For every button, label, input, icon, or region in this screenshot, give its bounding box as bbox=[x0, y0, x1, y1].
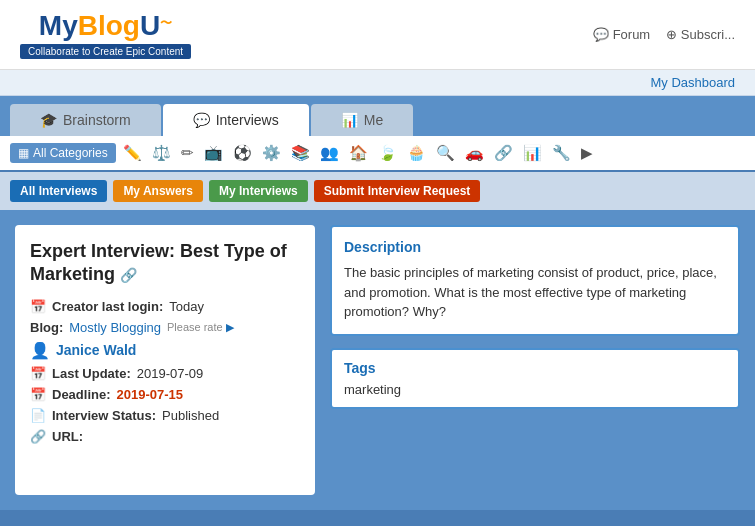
last-update-row: 📅 Last Update: 2019-07-09 bbox=[30, 366, 300, 381]
book-icon[interactable]: 📚 bbox=[288, 142, 313, 164]
soccer-icon[interactable]: ⚽ bbox=[230, 142, 255, 164]
tools-icon[interactable]: 🔧 bbox=[549, 142, 574, 164]
tv-icon[interactable]: 📺 bbox=[201, 142, 226, 164]
right-panel: Description The basic principles of mark… bbox=[330, 225, 740, 495]
gear-icon[interactable]: ⚙️ bbox=[259, 142, 284, 164]
leaf-icon[interactable]: 🍃 bbox=[375, 142, 400, 164]
description-title: Description bbox=[344, 239, 726, 255]
blog-row: Blog: Mostly Blogging Please rate ▶ bbox=[30, 320, 300, 335]
tab-me[interactable]: 📊 Me bbox=[311, 104, 413, 136]
author-row: 👤 Janice Wald bbox=[30, 341, 300, 360]
pencil-icon[interactable]: ✏️ bbox=[120, 142, 145, 164]
status-row: 📄 Interview Status: Published bbox=[30, 408, 300, 423]
tags-box: Tags marketing bbox=[330, 348, 740, 409]
home-icon[interactable]: 🏠 bbox=[346, 142, 371, 164]
author-link[interactable]: Janice Wald bbox=[56, 342, 136, 358]
subscribe-icon: ⊕ bbox=[666, 27, 677, 42]
please-rate-text: Please rate ▶ bbox=[167, 321, 234, 334]
people-icon[interactable]: 👥 bbox=[317, 142, 342, 164]
forum-icon: 💬 bbox=[593, 27, 609, 42]
interview-link-icon[interactable]: 🔗 bbox=[120, 267, 137, 283]
calendar2-icon: 📅 bbox=[30, 366, 46, 381]
subscribe-link[interactable]: ⊕ Subscri... bbox=[666, 27, 735, 42]
tab-brainstorm[interactable]: 🎓 Brainstorm bbox=[10, 104, 161, 136]
all-categories-button[interactable]: ▦ All Categories bbox=[10, 143, 116, 163]
chart-bar-icon[interactable]: 📊 bbox=[520, 142, 545, 164]
all-interviews-button[interactable]: All Interviews bbox=[10, 180, 107, 202]
logo-my: My bbox=[39, 10, 78, 41]
creator-login-row: 📅 Creator last login: Today bbox=[30, 299, 300, 314]
interviews-icon: 💬 bbox=[193, 112, 210, 128]
main-content: Expert Interview: Best Type of Marketing… bbox=[0, 210, 755, 510]
deadline-icon: 📅 bbox=[30, 387, 46, 402]
dashboard-bar: My Dashboard bbox=[0, 70, 755, 96]
blog-link[interactable]: Mostly Blogging bbox=[69, 320, 161, 335]
interview-title: Expert Interview: Best Type of Marketing… bbox=[30, 240, 300, 287]
interview-card: Expert Interview: Best Type of Marketing… bbox=[15, 225, 315, 495]
cupcake-icon[interactable]: 🧁 bbox=[404, 142, 429, 164]
search-icon[interactable]: 🔍 bbox=[433, 142, 458, 164]
filter-bar: All Interviews My Answers My Interviews … bbox=[0, 172, 755, 210]
calendar-icon: 📅 bbox=[30, 299, 46, 314]
submit-interview-request-button[interactable]: Submit Interview Request bbox=[314, 180, 481, 202]
tab-interviews[interactable]: 💬 Interviews bbox=[163, 104, 309, 136]
my-dashboard-link[interactable]: My Dashboard bbox=[650, 75, 735, 90]
description-box: Description The basic principles of mark… bbox=[330, 225, 740, 336]
scales-icon[interactable]: ⚖️ bbox=[149, 142, 174, 164]
more-icon[interactable]: ▶ bbox=[578, 142, 596, 164]
car-icon[interactable]: 🚗 bbox=[462, 142, 487, 164]
logo-blog: Blog bbox=[78, 10, 140, 41]
logo-u: U bbox=[140, 10, 160, 41]
my-interviews-button[interactable]: My Interviews bbox=[209, 180, 308, 202]
description-text: The basic principles of marketing consis… bbox=[344, 263, 726, 322]
logo: MyBlogU〜 Collaborate to Create Epic Cont… bbox=[20, 10, 191, 59]
tag-item: marketing bbox=[344, 382, 726, 397]
header: MyBlogU〜 Collaborate to Create Epic Cont… bbox=[0, 0, 755, 70]
brainstorm-icon: 🎓 bbox=[40, 112, 57, 128]
icon-toolbar: ▦ All Categories ✏️ ⚖️ ✏ 📺 ⚽ ⚙️ 📚 👥 🏠 🍃 … bbox=[0, 136, 755, 172]
tag-icon[interactable]: ✏ bbox=[178, 142, 197, 164]
deadline-row: 📅 Deadline: 2019-07-15 bbox=[30, 387, 300, 402]
link-icon[interactable]: 🔗 bbox=[491, 142, 516, 164]
logo-signal-icon: 〜 bbox=[160, 16, 172, 30]
tags-title: Tags bbox=[344, 360, 726, 376]
rate-arrow-icon: ▶ bbox=[226, 321, 234, 333]
url-icon: 🔗 bbox=[30, 429, 46, 444]
url-row: 🔗 URL: bbox=[30, 429, 300, 444]
user-icon: 👤 bbox=[30, 341, 50, 360]
forum-link[interactable]: 💬 Forum bbox=[593, 27, 650, 42]
my-answers-button[interactable]: My Answers bbox=[113, 180, 203, 202]
header-nav: 💬 Forum ⊕ Subscri... bbox=[593, 27, 735, 42]
grid-icon: ▦ bbox=[18, 146, 29, 160]
logo-tagline: Collaborate to Create Epic Content bbox=[20, 44, 191, 59]
me-icon: 📊 bbox=[341, 112, 358, 128]
status-icon: 📄 bbox=[30, 408, 46, 423]
tabs-container: 🎓 Brainstorm 💬 Interviews 📊 Me bbox=[0, 96, 755, 136]
